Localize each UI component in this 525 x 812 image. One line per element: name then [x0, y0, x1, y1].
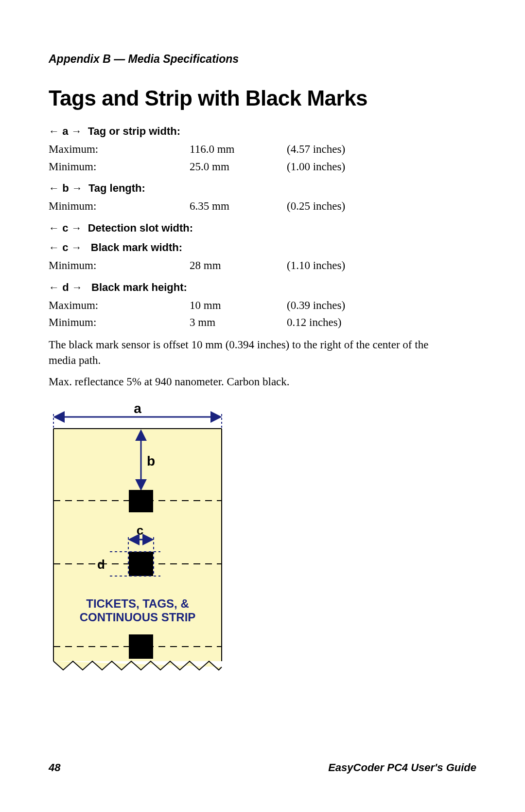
- diagram-label-b: b: [147, 453, 155, 469]
- section-c2-label: ← c → Black mark width:: [49, 241, 476, 254]
- spec-key: Minimum:: [49, 314, 190, 331]
- table-row: Maximum: 116.0 mm (4.57 inches): [49, 141, 476, 158]
- spec-key: Minimum:: [49, 158, 190, 176]
- section-a-text: Tag or strip width:: [88, 125, 180, 137]
- spec-in: (1.00 inches): [287, 158, 394, 176]
- table-row: Minimum: 25.0 mm (1.00 inches): [49, 158, 476, 176]
- section-d-label: ← d → Black mark height:: [49, 281, 476, 294]
- page-title: Tags and Strip with Black Marks: [49, 86, 476, 110]
- dim-letter: c: [62, 241, 68, 253]
- spec-key: Minimum:: [49, 198, 190, 215]
- table-row: Minimum: 28 mm (1.10 inches): [49, 257, 476, 274]
- arrow-left-icon: ←: [49, 182, 59, 194]
- spec-key: Minimum:: [49, 257, 190, 274]
- diagram-label-a: a: [134, 403, 141, 416]
- note-reflectance: Max. reflectance 5% at 940 nanometer. Ca…: [49, 374, 447, 390]
- arrow-left-icon: ←: [49, 281, 59, 293]
- section-b-label: ← b → Tag length:: [49, 182, 476, 195]
- section-c2-text: Black mark width:: [91, 241, 182, 253]
- table-row: Minimum: 3 mm 0.12 inches): [49, 314, 476, 331]
- table-row: Minimum: 6.35 mm (0.25 inches): [49, 198, 476, 215]
- dim-letter: b: [62, 182, 69, 194]
- dim-letter: c: [62, 222, 68, 234]
- section-a-label: ← a → Tag or strip width:: [49, 125, 476, 138]
- spec-mm: 6.35 mm: [190, 198, 287, 215]
- svg-rect-11: [129, 490, 153, 512]
- svg-rect-3: [53, 429, 222, 661]
- spec-mm: 116.0 mm: [190, 141, 287, 158]
- arrow-right-icon: →: [71, 222, 82, 234]
- spec-in: 0.12 inches): [287, 314, 394, 331]
- arrow-right-icon: →: [72, 281, 83, 293]
- spec-mm: 28 mm: [190, 257, 287, 274]
- section-b-text: Tag length:: [88, 182, 145, 194]
- arrow-right-icon: →: [71, 241, 82, 253]
- spec-key: Maximum:: [49, 297, 190, 314]
- svg-rect-15: [129, 552, 153, 576]
- note-sensor: The black mark sensor is offset 10 mm (0…: [49, 337, 447, 368]
- spec-in: (0.39 inches): [287, 297, 394, 314]
- dim-letter: d: [62, 281, 69, 293]
- diagram-label-d: d: [97, 557, 105, 572]
- spec-in: (1.10 inches): [287, 257, 394, 274]
- media-diagram: a b c: [49, 403, 476, 678]
- svg-rect-18: [129, 634, 153, 659]
- footer-guide: EasyCoder PC4 User's Guide: [328, 761, 476, 774]
- diagram-label-c: c: [137, 523, 143, 538]
- spec-key: Maximum:: [49, 141, 190, 158]
- section-c1-text: Detection slot width:: [88, 222, 193, 234]
- spec-mm: 25.0 mm: [190, 158, 287, 176]
- diagram-caption-2: CONTINUOUS STRIP: [80, 611, 196, 624]
- spec-mm: 10 mm: [190, 297, 287, 314]
- section-d-text: Black mark height:: [91, 281, 187, 293]
- table-row: Maximum: 10 mm (0.39 inches): [49, 297, 476, 314]
- section-c1-label: ← c → Detection slot width:: [49, 222, 476, 235]
- spec-in: (4.57 inches): [287, 141, 394, 158]
- arrow-right-icon: →: [72, 182, 83, 194]
- spec-mm: 3 mm: [190, 314, 287, 331]
- arrow-left-icon: ←: [49, 125, 59, 137]
- arrow-left-icon: ←: [49, 241, 59, 253]
- page-number: 48: [49, 761, 60, 774]
- diagram-caption-1: TICKETS, TAGS, &: [86, 597, 189, 610]
- arrow-left-icon: ←: [49, 222, 59, 234]
- arrow-right-icon: →: [71, 125, 82, 137]
- dim-letter: a: [62, 125, 68, 137]
- spec-in: (0.25 inches): [287, 198, 394, 215]
- appendix-heading: Appendix B — Media Specifications: [49, 53, 476, 66]
